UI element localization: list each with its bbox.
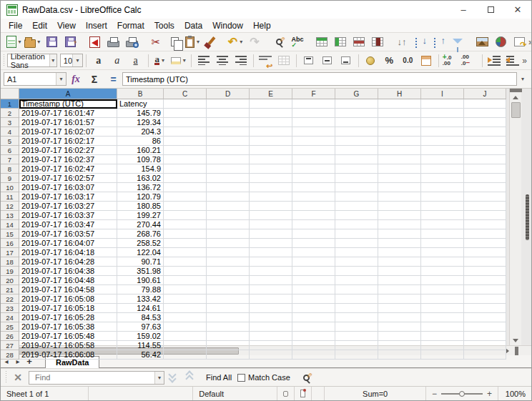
- row-header-11[interactable]: 11: [1, 192, 19, 202]
- cell-D4[interactable]: [207, 127, 250, 137]
- cell-F23[interactable]: [292, 304, 335, 313]
- cell-A4[interactable]: 2019-07-17 16:02:07: [19, 127, 117, 137]
- cell-E8[interactable]: [250, 164, 292, 174]
- cell-E7[interactable]: [250, 155, 292, 164]
- column-header-F[interactable]: F: [292, 89, 335, 99]
- row-header-24[interactable]: 24: [1, 313, 19, 322]
- cell-D7[interactable]: [207, 155, 250, 164]
- cell-F13[interactable]: [292, 211, 335, 220]
- cell-E16[interactable]: [250, 239, 292, 248]
- menu-item-insert[interactable]: Insert: [81, 19, 112, 32]
- highlight-color-button[interactable]: ▾: [170, 52, 187, 69]
- cell-G27[interactable]: [335, 341, 378, 350]
- cell-E24[interactable]: [250, 313, 292, 322]
- zoom-slider[interactable]: − +: [426, 387, 498, 400]
- vertical-scrollbar[interactable]: [509, 89, 521, 345]
- font-size-combobox[interactable]: 10▾: [60, 54, 83, 67]
- cell-A9[interactable]: 2019-07-17 16:02:57: [19, 174, 117, 183]
- cell-D14[interactable]: [207, 220, 250, 229]
- bold-button[interactable]: a: [90, 52, 107, 69]
- cell-G2[interactable]: [335, 109, 378, 118]
- cell-I18[interactable]: [421, 257, 464, 267]
- print-button[interactable]: [104, 34, 122, 51]
- cell-D22[interactable]: [207, 294, 250, 304]
- row-header-10[interactable]: 10: [1, 183, 19, 192]
- cell-C4[interactable]: [164, 127, 207, 137]
- cell-A12[interactable]: 2019-07-17 16:03:27: [19, 202, 117, 211]
- delete-decimal-button[interactable]: .00 .0−: [461, 52, 478, 69]
- cell-I3[interactable]: [421, 118, 464, 127]
- align-center-button[interactable]: [214, 52, 231, 69]
- cell-F28[interactable]: [292, 350, 335, 360]
- cell-J28[interactable]: [464, 350, 506, 360]
- column-header-J[interactable]: J: [464, 89, 506, 99]
- cell-E22[interactable]: [250, 294, 292, 304]
- cell-B17[interactable]: 122.04: [117, 248, 164, 257]
- export-pdf-button[interactable]: [86, 34, 103, 51]
- zoom-in-button[interactable]: +: [487, 389, 492, 399]
- cell-G3[interactable]: [335, 118, 378, 127]
- cell-F25[interactable]: [292, 322, 335, 332]
- cell-I9[interactable]: [421, 174, 464, 183]
- cell-D27[interactable]: [207, 341, 250, 350]
- cell-I23[interactable]: [421, 304, 464, 313]
- cell-G1[interactable]: [335, 99, 378, 109]
- close-button[interactable]: ✕: [504, 1, 531, 19]
- cell-G5[interactable]: [335, 137, 378, 146]
- toolbar-overflow-button[interactable]: »: [522, 56, 530, 66]
- formula-input-line[interactable]: [122, 72, 517, 86]
- cell-H8[interactable]: [378, 164, 421, 174]
- cell-H3[interactable]: [378, 118, 421, 127]
- underline-button[interactable]: a: [127, 52, 144, 69]
- sort-ascending-button[interactable]: ↓: [412, 34, 429, 51]
- cell-J15[interactable]: [464, 229, 506, 239]
- cell-D3[interactable]: [207, 118, 250, 127]
- row-header-15[interactable]: 15: [1, 229, 19, 239]
- cell-G26[interactable]: [335, 332, 378, 341]
- cell-F24[interactable]: [292, 313, 335, 322]
- cell-H23[interactable]: [378, 304, 421, 313]
- highlight-dropdown-arrow[interactable]: ▾: [182, 57, 187, 64]
- cell-F2[interactable]: [292, 109, 335, 118]
- find-and-replace-icon[interactable]: ✎: [303, 375, 310, 381]
- cell-E19[interactable]: [250, 267, 292, 276]
- cell-J12[interactable]: [464, 202, 506, 211]
- sidebar-show-toggle[interactable]: [526, 194, 529, 240]
- cell-B14[interactable]: 270.44: [117, 220, 164, 229]
- cell-J25[interactable]: [464, 322, 506, 332]
- cell-E20[interactable]: [250, 276, 292, 285]
- cell-E6[interactable]: [250, 146, 292, 155]
- cell-A8[interactable]: 2019-07-17 16:02:47: [19, 164, 117, 174]
- menu-item-format[interactable]: Format: [112, 19, 149, 32]
- cell-C22[interactable]: [164, 294, 207, 304]
- format-percent-button[interactable]: %: [380, 52, 398, 69]
- cell-I28[interactable]: [421, 350, 464, 360]
- cell-G25[interactable]: [335, 322, 378, 332]
- cell-E1[interactable]: [250, 99, 292, 109]
- match-case-checkbox[interactable]: [237, 374, 245, 382]
- cell-C10[interactable]: [164, 183, 207, 192]
- cell-I24[interactable]: [421, 313, 464, 322]
- cell-F3[interactable]: [292, 118, 335, 127]
- cell-G12[interactable]: [335, 202, 378, 211]
- cell-D17[interactable]: [207, 248, 250, 257]
- row-header-4[interactable]: 4: [1, 127, 19, 137]
- find-replace-button[interactable]: ✎: [270, 34, 287, 51]
- cell-I14[interactable]: [421, 220, 464, 229]
- align-right-button[interactable]: [232, 52, 250, 69]
- cell-F5[interactable]: [292, 137, 335, 146]
- cell-G16[interactable]: [335, 239, 378, 248]
- cell-F18[interactable]: [292, 257, 335, 267]
- cell-A19[interactable]: 2019-07-17 16:04:38: [19, 267, 117, 276]
- cell-E13[interactable]: [250, 211, 292, 220]
- cell-F22[interactable]: [292, 294, 335, 304]
- cell-C25[interactable]: [164, 322, 207, 332]
- merge-cells-button[interactable]: [275, 52, 292, 69]
- cell-G21[interactable]: [335, 285, 378, 294]
- cell-J3[interactable]: [464, 118, 506, 127]
- cell-E2[interactable]: [250, 109, 292, 118]
- cell-F9[interactable]: [292, 174, 335, 183]
- cell-J4[interactable]: [464, 127, 506, 137]
- sheet-number-status[interactable]: Sheet 1 of 1: [1, 387, 89, 400]
- cut-button[interactable]: ✂: [147, 34, 164, 51]
